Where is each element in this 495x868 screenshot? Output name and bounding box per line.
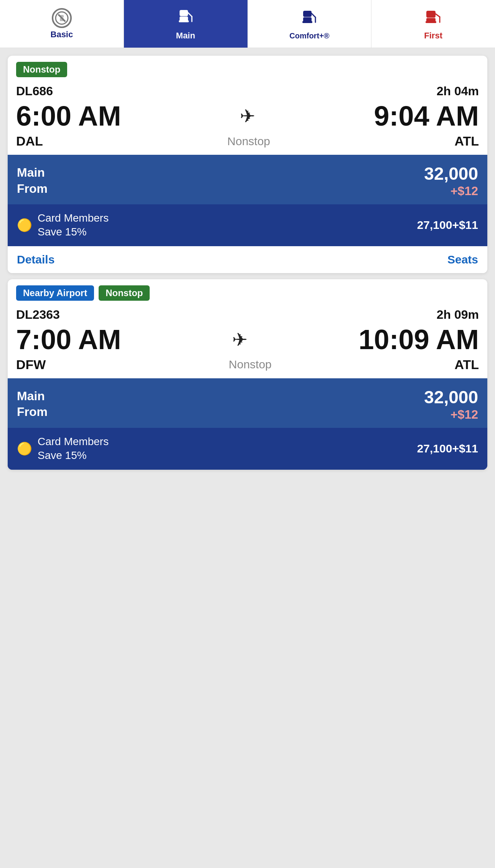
price-main-2[interactable]: Main From 32,000 +$12 [8, 378, 487, 428]
details-link-1[interactable]: Details [17, 253, 54, 266]
flight-info-2: DL2363 2h 09m 7:00 AM ✈ 10:09 AM DFW Non… [8, 301, 487, 378]
tab-comfort[interactable]: Comfort+® [248, 0, 372, 48]
flight-card-2-header: Nearby Airport Nonstop [8, 279, 487, 301]
flight-times-2: 7:00 AM ✈ 10:09 AM [16, 326, 479, 353]
svg-line-6 [188, 13, 192, 17]
tab-basic[interactable]: Basic [0, 0, 124, 48]
card-members-1: 🟡 Card Members Save 15% 27,100+$11 [8, 204, 487, 246]
no-seat-icon [52, 8, 72, 28]
price-label-1: Main From [17, 165, 48, 197]
flight-row-top-1: DL686 2h 04m [16, 84, 479, 98]
tab-first-label: First [424, 31, 442, 41]
svg-rect-2 [60, 18, 64, 21]
price-miles-2: 32,000 [424, 387, 478, 407]
card-members-left-1: 🟡 Card Members Save 15% [17, 211, 109, 239]
tab-basic-label: Basic [51, 30, 73, 40]
flight-number-1: DL686 [16, 84, 53, 98]
origin-2: DFW [16, 357, 46, 372]
arrive-time-1: 9:04 AM [374, 102, 479, 130]
svg-point-0 [56, 12, 68, 24]
svg-rect-5 [179, 20, 189, 22]
flight-times-1: 6:00 AM ✈ 9:04 AM [16, 102, 479, 130]
seats-link-1[interactable]: Seats [447, 253, 478, 266]
flight-number-2: DL2363 [16, 308, 60, 322]
flight-list: Nonstop DL686 2h 04m 6:00 AM ✈ 9:04 AM D… [0, 48, 495, 477]
price-value-1: 32,000 +$12 [424, 163, 478, 198]
flight-card-2: Nearby Airport Nonstop DL2363 2h 09m 7:0… [8, 279, 487, 470]
card-footer-1: Details Seats [8, 246, 487, 273]
seat-first-icon [423, 7, 443, 28]
tab-comfort-label: Comfort+® [289, 31, 329, 40]
svg-rect-10 [302, 21, 312, 23]
plane-icon-1: ✈ [240, 105, 255, 127]
card-icon-2: 🟡 [17, 441, 32, 456]
card-members-text-2: Card Members Save 15% [38, 435, 109, 463]
destination-1: ATL [454, 134, 479, 149]
card-icon-1: 🟡 [17, 218, 32, 232]
price-cash-1: +$12 [424, 184, 478, 198]
svg-rect-8 [303, 11, 312, 17]
card-members-2: 🟡 Card Members Save 15% 27,100+$11 [8, 428, 487, 470]
badge-nearby-2: Nearby Airport [16, 285, 94, 301]
plane-icon-2: ✈ [232, 329, 248, 350]
price-main-1[interactable]: Main From 32,000 +$12 [8, 155, 487, 204]
depart-time-2: 7:00 AM [16, 326, 121, 353]
svg-rect-3 [180, 10, 188, 16]
price-cash-2: +$12 [424, 407, 478, 422]
flight-duration-2: 2h 09m [437, 308, 479, 322]
depart-time-1: 6:00 AM [16, 102, 121, 130]
svg-line-11 [312, 13, 315, 17]
card-members-left-2: 🟡 Card Members Save 15% [17, 435, 109, 463]
stops-2: Nonstop [229, 358, 272, 371]
origin-1: DAL [16, 134, 43, 149]
arrive-time-2: 10:09 AM [359, 326, 479, 353]
tab-bar: Basic Main Comfort+® [0, 0, 495, 48]
flight-airports-1: DAL Nonstop ATL [16, 134, 479, 155]
price-miles-1: 32,000 [424, 163, 478, 184]
flight-card-1: Nonstop DL686 2h 04m 6:00 AM ✈ 9:04 AM D… [8, 56, 487, 273]
card-members-price-1: 27,100+$11 [417, 219, 478, 232]
flight-duration-1: 2h 04m [437, 84, 479, 98]
flight-row-top-2: DL2363 2h 09m [16, 308, 479, 322]
svg-rect-13 [426, 11, 436, 18]
price-label-2: Main From [17, 388, 48, 420]
seat-comfort-icon [299, 8, 319, 29]
tab-first[interactable]: First [371, 0, 495, 48]
tab-main[interactable]: Main [124, 0, 248, 48]
badge-nonstop-2: Nonstop [99, 285, 150, 301]
svg-line-16 [436, 14, 440, 17]
price-value-2: 32,000 +$12 [424, 387, 478, 422]
stops-1: Nonstop [227, 135, 270, 148]
card-members-text-1: Card Members Save 15% [38, 211, 109, 239]
tab-main-label: Main [176, 31, 195, 41]
flight-card-1-header: Nonstop [8, 56, 487, 77]
price-box-1: Main From 32,000 +$12 🟡 Card Members Sav… [8, 155, 487, 246]
card-members-price-2: 27,100+$11 [417, 442, 478, 455]
badge-nonstop-1: Nonstop [16, 62, 67, 77]
svg-rect-15 [426, 21, 436, 23]
flight-info-1: DL686 2h 04m 6:00 AM ✈ 9:04 AM DAL Nonst… [8, 77, 487, 155]
svg-rect-1 [60, 15, 64, 18]
destination-2: ATL [454, 357, 479, 372]
flight-airports-2: DFW Nonstop ATL [16, 357, 479, 378]
price-box-2: Main From 32,000 +$12 🟡 Card Members Sav… [8, 378, 487, 470]
seat-main-icon [176, 7, 196, 28]
